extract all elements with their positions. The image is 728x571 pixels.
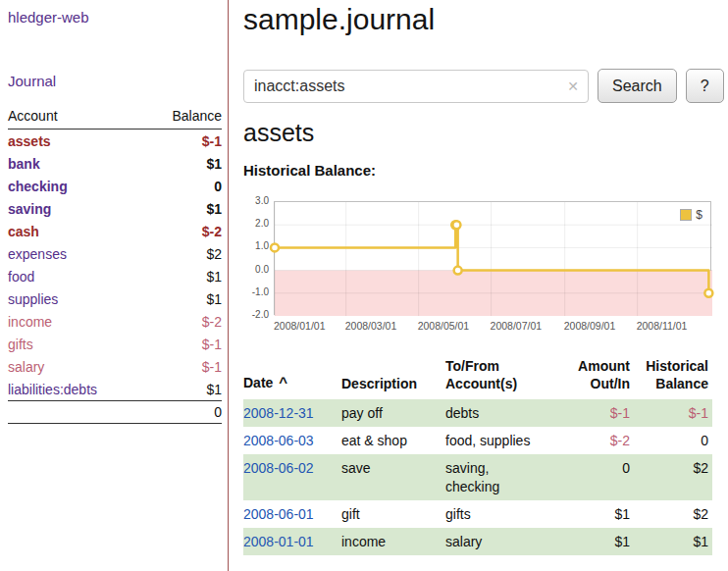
account-link-income[interactable]: income [8,314,52,330]
account-link-bank[interactable]: bank [8,156,40,172]
account-row: income$-2 [8,310,222,333]
txn-amount: $1 [557,528,634,555]
app-root: hledger-web Journal Account Balance asse… [0,0,728,571]
txn-balance: $2 [634,500,712,528]
account-balance: $1 [145,197,222,220]
transactions-header-row: Date^ Description To/From Account(s) Amo… [243,358,712,399]
accounts-header-row: Account Balance [8,108,222,130]
search-button[interactable]: Search [598,69,677,103]
accounts-total-value: 0 [145,401,222,424]
transactions-table: Date^ Description To/From Account(s) Amo… [243,358,712,555]
accounts-total-spacer [8,401,145,424]
chart-canvas [275,202,712,316]
journal-link[interactable]: Journal [8,72,222,90]
account-link-cash[interactable]: cash [8,224,39,239]
search-input[interactable] [243,70,589,103]
txn-balance: $1 [634,528,712,555]
chart-title: Historical Balance: [243,161,724,180]
account-row: supplies$1 [8,287,222,310]
transaction-row[interactable]: 2008-12-31pay offdebts$-1$-1 [243,399,712,427]
transaction-row[interactable]: 2008-01-01incomesalary$1$1 [243,528,712,555]
account-row: bank$1 [8,152,222,175]
account-link-checking[interactable]: checking [8,179,68,194]
txn-date-link[interactable]: 2008-06-01 [243,506,314,522]
account-balance: $-1 [145,355,222,378]
chart-plot-area[interactable]: $ [274,201,711,315]
txn-amount: $-2 [557,427,634,454]
txn-date-link[interactable]: 2008-12-31 [243,405,314,421]
account-balance: $1 [145,287,222,310]
txn-date-link[interactable]: 2008-01-01 [243,534,314,549]
txn-description: eat & shop [338,427,442,454]
legend-swatch-icon [680,209,692,221]
account-link-supplies[interactable]: supplies [8,291,58,307]
column-header-amount: Amount Out/In [557,358,634,399]
txn-date-link[interactable]: 2008-06-03 [243,433,314,448]
txn-accounts: food, supplies [442,427,557,454]
sidebar: hledger-web Journal Account Balance asse… [0,0,229,571]
y-tick-label: 3.0 [255,195,269,206]
column-header-description: Description [338,358,442,399]
y-tick-label: 1.0 [255,240,269,251]
column-header-date[interactable]: Date^ [243,358,338,399]
txn-date-cell: 2008-12-31 [243,399,338,427]
txn-accounts: salary [442,528,557,555]
search-bar: ✕ Search ? [243,69,724,103]
account-row: checking0 [8,175,222,197]
account-balance: $-2 [145,310,222,333]
account-link-salary[interactable]: salary [8,359,44,375]
txn-balance: $2 [634,454,712,499]
legend-label: $ [696,208,702,222]
account-row: expenses$2 [8,242,222,265]
account-link-food[interactable]: food [8,269,34,285]
app-title-link[interactable]: hledger-web [8,8,222,26]
account-row: food$1 [8,265,222,287]
x-axis-labels: 2008/01/012008/03/012008/05/012008/07/01… [274,320,711,334]
clear-search-icon[interactable]: ✕ [567,78,579,94]
accounts-header-balance: Balance [145,108,222,130]
txn-amount: 0 [557,454,634,499]
txn-date-link[interactable]: 2008-06-02 [243,460,314,476]
account-row: assets$-1 [8,130,222,153]
chart-legend: $ [678,207,704,223]
txn-date-cell: 2008-06-03 [243,427,338,454]
account-link-liabilities-debts[interactable]: liabilities:debts [8,382,97,397]
txn-accounts: saving, checking [442,454,557,499]
txn-balance: 0 [634,427,712,454]
account-balance: $1 [145,378,222,401]
txn-accounts: debts [442,399,557,427]
txn-amount: $1 [557,500,634,528]
account-link-expenses[interactable]: expenses [8,246,67,262]
transaction-row[interactable]: 2008-06-02savesaving, checking0$2 [243,454,712,499]
account-link-assets[interactable]: assets [8,133,51,149]
x-tick-label: 2008/11/01 [637,320,688,332]
account-balance: $-1 [145,333,222,355]
account-balance: $2 [145,242,222,265]
txn-description: gift [338,500,442,528]
account-heading: assets [243,119,724,147]
account-balance: $-2 [145,220,222,242]
txn-description: pay off [338,399,442,427]
page-title: sample.journal [243,2,724,36]
search-field-wrap: ✕ [243,70,589,103]
transaction-row[interactable]: 2008-06-03eat & shopfood, supplies$-20 [243,427,712,454]
account-balance: 0 [145,175,222,197]
x-tick-label: 2008/05/01 [418,320,470,332]
accounts-table: Account Balance assets$-1bank$1checking0… [8,108,222,424]
column-header-accounts: To/From Account(s) [442,358,557,399]
txn-date-cell: 2008-01-01 [243,528,338,555]
date-header-label: Date [243,375,273,390]
y-tick-label: 2.0 [255,218,269,229]
account-link-gifts[interactable]: gifts [8,337,33,352]
y-axis-labels: 3.02.01.00.0-1.0-2.0 [243,201,270,315]
txn-balance: $-1 [634,399,712,427]
x-tick-label: 2008/07/01 [491,320,543,332]
y-tick-label: -2.0 [252,309,269,320]
main-content: sample.journal ✕ Search ? assets Histori… [229,0,728,571]
y-tick-label: 0.0 [255,264,269,275]
account-link-saving[interactable]: saving [8,201,51,217]
txn-description: save [338,454,442,499]
transaction-row[interactable]: 2008-06-01giftgifts$1$2 [243,500,712,528]
historical-balance-chart: 3.02.01.00.0-1.0-2.0 $ 2008/01/012008/03… [243,201,724,337]
help-button[interactable]: ? [686,69,724,103]
